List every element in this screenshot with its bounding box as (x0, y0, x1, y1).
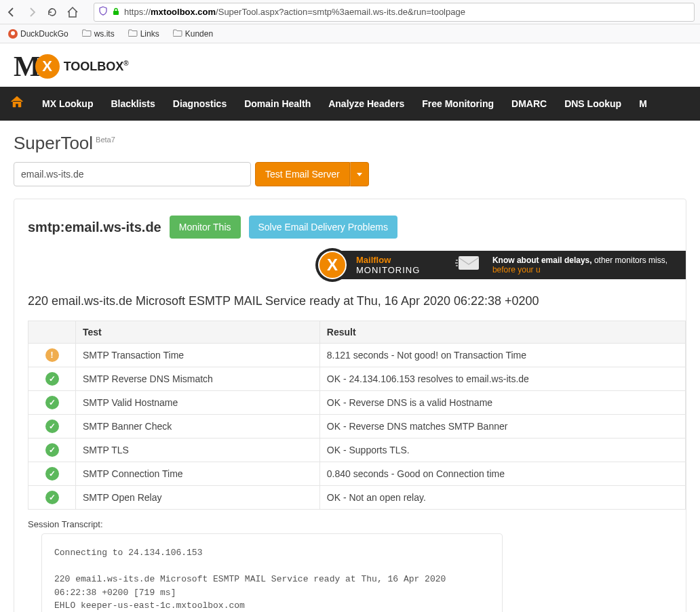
table-row: ✓SMTP TLSOK - Supports TLS. (28, 438, 686, 462)
bookmark-duckduckgo[interactable]: DuckDuckGo (5, 28, 71, 40)
check-icon: ✓ (45, 491, 59, 504)
beta-badge: Beta7 (96, 136, 115, 144)
logo-text: TOOLBOX® (64, 60, 129, 74)
domain-input[interactable] (14, 162, 251, 186)
test-header: Test (76, 321, 320, 344)
folder-icon (128, 28, 138, 39)
caret-down-icon (357, 173, 362, 176)
table-row: ✓SMTP Reverse DNS MismatchOK - 24.134.10… (28, 367, 686, 391)
promo-brand: Mailflow (356, 255, 391, 265)
warning-icon: ! (45, 348, 59, 362)
test-cell: SMTP Open Relay (76, 486, 320, 510)
check-icon: ✓ (45, 467, 59, 481)
url-text: https://mxtoolbox.com/SuperTool.aspx?act… (124, 7, 690, 17)
check-icon: ✓ (45, 396, 59, 409)
action-dropdown-toggle[interactable] (350, 162, 369, 186)
nav-dns-lookup[interactable]: DNS Lookup (564, 98, 621, 109)
promo-monitoring: MONITORING (356, 265, 420, 275)
result-cell: 8.121 seconds - Not good! on Transaction… (319, 344, 685, 367)
action-button-group: Test Email Server (255, 162, 369, 186)
test-cell: SMTP Valid Hostname (76, 391, 320, 415)
solve-problems-button[interactable]: Solve Email Delivery Problems (249, 216, 397, 239)
nav-domain-health[interactable]: Domain Health (244, 98, 311, 109)
test-cell: SMTP Banner Check (76, 415, 320, 438)
result-cell: 0.840 seconds - Good on Connection time (319, 462, 685, 486)
duckduckgo-icon (8, 29, 18, 39)
status-cell: ✓ (28, 391, 76, 415)
test-cell: SMTP TLS (76, 438, 320, 462)
folder-icon (173, 28, 182, 39)
nav-more[interactable]: M (639, 98, 647, 109)
status-cell: ✓ (28, 367, 76, 391)
test-email-server-button[interactable]: Test Email Server (255, 162, 350, 186)
mxtoolbox-logo[interactable]: M X TOOLBOX® (14, 50, 686, 83)
results-panel: smtp:email.ws-its.de Monitor This Solve … (14, 199, 686, 612)
transcript-label: Session Transcript: (14, 510, 686, 533)
smtp-banner: 220 email.ws-its.de Microsoft ESMTP MAIL… (14, 294, 686, 321)
bookmark-label: DuckDuckGo (20, 29, 69, 39)
bookmark-label: Links (140, 29, 159, 39)
main-nav: MX Lookup Blacklists Diagnostics Domain … (0, 87, 700, 121)
table-row: ✓SMTP Banner CheckOK - Reverse DNS match… (28, 415, 686, 438)
nav-dmarc[interactable]: DMARC (511, 98, 547, 109)
shield-icon (98, 6, 108, 18)
svg-rect-0 (113, 11, 119, 15)
bookmarks-bar: DuckDuckGo ws.its Links Kunden (0, 24, 700, 43)
envelope-icon (454, 253, 482, 277)
status-cell: ! (28, 344, 76, 367)
result-cell: OK - Reverse DNS matches SMTP Banner (319, 415, 685, 438)
bookmark-links[interactable]: Links (125, 27, 162, 40)
nav-home-icon[interactable] (9, 94, 24, 113)
svg-rect-1 (459, 256, 479, 270)
result-cell: OK - 24.134.106.153 resolves to email.ws… (319, 367, 685, 391)
bookmark-label: ws.its (94, 29, 115, 39)
transcript-box: Connecting to 24.134.106.153 220 email.w… (41, 533, 503, 612)
nav-diagnostics[interactable]: Diagnostics (173, 98, 227, 109)
status-cell: ✓ (28, 462, 76, 486)
nav-blacklists[interactable]: Blacklists (111, 98, 155, 109)
table-row: !SMTP Transaction Time8.121 seconds - No… (28, 344, 686, 367)
folder-icon (82, 28, 92, 39)
content: SuperToolBeta7 Test Email Server smtp:em… (0, 121, 700, 612)
status-cell: ✓ (28, 415, 76, 438)
check-icon: ✓ (45, 420, 59, 433)
check-icon: ✓ (45, 443, 59, 457)
browser-toolbar: https://mxtoolbox.com/SuperTool.aspx?act… (0, 0, 700, 24)
logo-area: M X TOOLBOX® (0, 43, 700, 87)
result-title: smtp:email.ws-its.de (28, 220, 161, 235)
tool-row: Test Email Server (14, 162, 686, 186)
reload-button[interactable] (46, 6, 58, 18)
result-header-cell: Result (319, 321, 685, 344)
status-cell: ✓ (28, 438, 76, 462)
back-button[interactable] (5, 6, 18, 18)
nav-free-monitoring[interactable]: Free Monitoring (422, 98, 494, 109)
test-cell: SMTP Transaction Time (76, 344, 320, 367)
bookmark-label: Kunden (185, 29, 213, 39)
promo-x-icon: X (318, 251, 347, 279)
logo-x-circle: X (35, 54, 60, 79)
result-cell: OK - Supports TLS. (319, 438, 685, 462)
results-table: Test Result !SMTP Transaction Time8.121 … (28, 321, 686, 510)
url-bar[interactable]: https://mxtoolbox.com/SuperTool.aspx?act… (94, 3, 695, 22)
home-button[interactable] (66, 6, 79, 18)
table-row: ✓SMTP Open RelayOK - Not an open relay. (28, 486, 686, 510)
table-row: ✓SMTP Connection Time0.840 seconds - Goo… (28, 462, 686, 486)
promo-banner[interactable]: X Mailflow MONITORING Know about email d… (326, 251, 686, 279)
result-cell: OK - Not an open relay. (319, 486, 685, 510)
forward-button[interactable] (26, 6, 38, 18)
bookmark-wsits[interactable]: ws.its (79, 27, 117, 40)
status-header (28, 321, 76, 344)
table-row: ✓SMTP Valid HostnameOK - Reverse DNS is … (28, 391, 686, 415)
bookmark-kunden[interactable]: Kunden (170, 27, 216, 40)
monitor-this-button[interactable]: Monitor This (170, 216, 241, 239)
lock-icon (112, 7, 120, 18)
status-cell: ✓ (28, 486, 76, 510)
result-cell: OK - Reverse DNS is a valid Hostname (319, 391, 685, 415)
nav-mx-lookup[interactable]: MX Lookup (42, 98, 93, 109)
promo-text: Know about email delays, other monitors … (492, 256, 686, 274)
page-title: SuperToolBeta7 (14, 133, 686, 154)
result-header: smtp:email.ws-its.de Monitor This Solve … (14, 216, 686, 251)
test-cell: SMTP Reverse DNS Mismatch (76, 367, 320, 391)
nav-analyze-headers[interactable]: Analyze Headers (328, 98, 404, 109)
logo-m: M (14, 50, 38, 83)
